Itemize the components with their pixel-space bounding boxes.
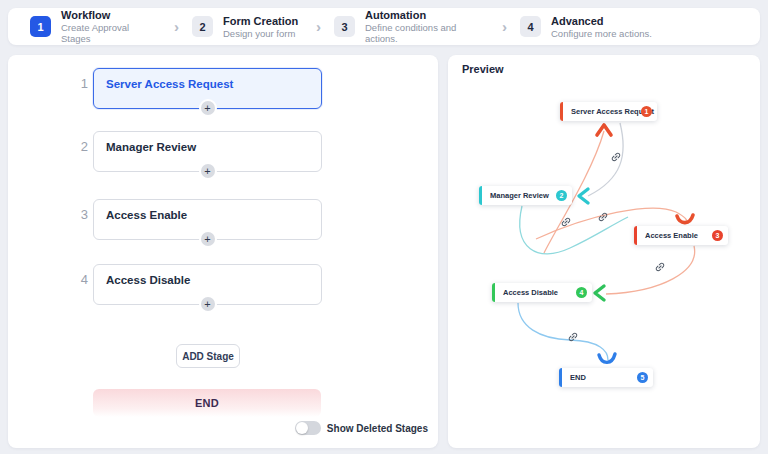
node-label: Access Disable [503, 288, 558, 297]
preview-panel: Preview Server Access Request 1 [448, 55, 760, 448]
flow-node-manager-review[interactable]: Manager Review 2 [479, 186, 572, 205]
chevron-right-icon: › [502, 18, 507, 35]
add-stage-after-icon[interactable]: + [201, 101, 215, 115]
stage-label: Access Disable [94, 265, 321, 286]
step-number-badge: 3 [334, 16, 355, 37]
show-deleted-stages-toggle[interactable] [295, 421, 321, 435]
stage-card-manager-review[interactable]: Manager Review + [93, 131, 322, 172]
flowchart-canvas[interactable]: Server Access Request 1 Manager Review 2… [448, 55, 760, 448]
node-color-bar [559, 368, 562, 387]
step-title: Workflow [61, 9, 161, 22]
step-number-badge: 4 [520, 16, 541, 37]
stage-number: 2 [70, 139, 88, 154]
node-order-badge: 4 [576, 287, 587, 298]
chevron-right-icon: › [316, 18, 321, 35]
stepper-bar: 1 Workflow Create Approval Stages › 2 Fo… [8, 8, 760, 45]
node-label: Manager Review [490, 191, 549, 200]
flow-node-access-enable[interactable]: Access Enable 3 [634, 226, 728, 245]
node-color-bar [479, 186, 482, 205]
stage-number: 3 [70, 207, 88, 222]
stepper-step-workflow[interactable]: 1 Workflow Create Approval Stages [30, 9, 161, 44]
flow-node-server-access-request[interactable]: Server Access Request 1 [560, 102, 657, 121]
node-order-badge: 1 [641, 106, 652, 117]
stage-number: 1 [70, 76, 88, 91]
node-label: Access Enable [645, 231, 698, 240]
node-color-bar [492, 283, 495, 302]
add-stage-after-icon[interactable]: + [201, 232, 215, 246]
step-subtitle: Configure more actions. [551, 28, 663, 39]
chevron-right-icon: › [174, 18, 179, 35]
stage-list-panel: 1 Server Access Request + 2 Manager Revi… [8, 55, 438, 448]
stage-card-access-enable[interactable]: Access Enable + [93, 199, 322, 240]
node-order-badge: 3 [712, 230, 723, 241]
stepper-step-form-creation[interactable]: 2 Form Creation Design your form [192, 15, 303, 39]
stepper-step-automation[interactable]: 3 Automation Define conditions and actio… [334, 9, 489, 44]
node-color-bar [634, 226, 637, 245]
step-number-badge: 2 [192, 16, 213, 37]
node-label: END [570, 373, 586, 382]
step-number-badge: 1 [30, 16, 51, 37]
step-subtitle: Design your form [223, 28, 303, 39]
node-order-badge: 5 [637, 372, 648, 383]
node-order-badge: 2 [556, 190, 567, 201]
flow-node-end[interactable]: END 5 [559, 368, 653, 387]
step-title: Form Creation [223, 15, 303, 28]
end-marker: END [93, 389, 321, 417]
stage-card-server-access-request[interactable]: Server Access Request + [93, 68, 322, 109]
add-stage-after-icon[interactable]: + [201, 297, 215, 311]
step-subtitle: Create Approval Stages [61, 22, 161, 44]
stage-label: Manager Review [94, 132, 321, 153]
add-stage-button[interactable]: ADD Stage [176, 344, 240, 368]
stepper-step-advanced[interactable]: 4 Advanced Configure more actions. [520, 15, 663, 39]
end-label: END [195, 397, 219, 409]
stage-label: Access Enable [94, 200, 321, 221]
flow-node-access-disable[interactable]: Access Disable 4 [492, 283, 592, 302]
step-title: Automation [365, 9, 489, 22]
node-color-bar [560, 102, 563, 121]
stage-label: Server Access Request [94, 69, 321, 90]
step-title: Advanced [551, 15, 663, 28]
stage-card-access-disable[interactable]: Access Disable + [93, 264, 322, 305]
step-subtitle: Define conditions and actions. [365, 22, 489, 44]
stage-number: 4 [70, 272, 88, 287]
add-stage-after-icon[interactable]: + [201, 164, 215, 178]
toggle-knob [296, 422, 308, 434]
show-deleted-stages-label: Show Deleted Stages [327, 423, 428, 434]
